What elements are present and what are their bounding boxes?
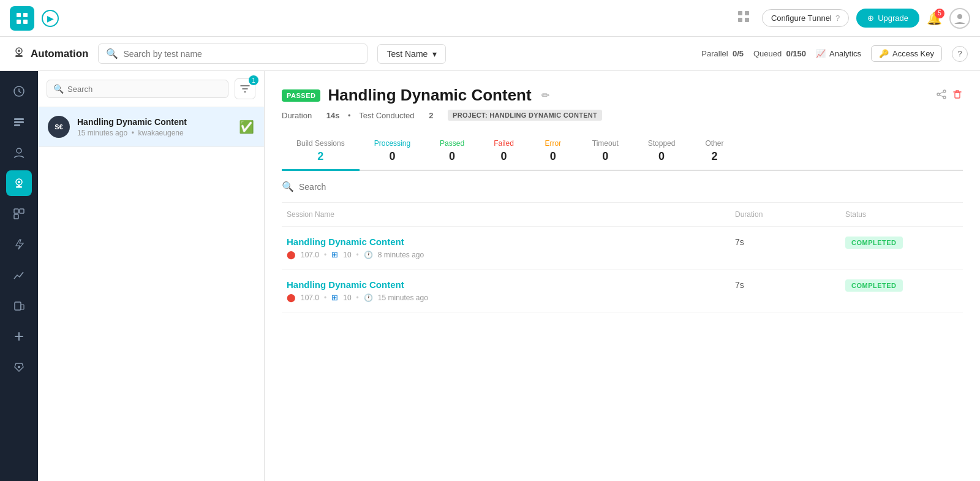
svg-rect-22 <box>14 209 18 213</box>
svg-rect-6 <box>738 18 742 22</box>
build-detail-title: Handling Dynamic Content <box>328 86 531 105</box>
stat-value-stopped: 0 <box>648 150 676 163</box>
svg-rect-23 <box>20 209 24 213</box>
top-bar: ▶ Configure Tunnel ? ⊕ Upgrade 🔔 5 <box>0 0 980 37</box>
stat-value-timeout: 0 <box>592 150 619 163</box>
col-duration: Duration <box>730 203 840 227</box>
build-sub-info: Duration 14s • Test Conducted 2 PROJECT:… <box>282 110 963 121</box>
status-cell-1: COMPLETED <box>840 227 963 270</box>
upgrade-label: Upgrade <box>878 13 908 23</box>
svg-rect-36 <box>955 93 960 98</box>
duration-cell-2: 7s <box>730 270 840 312</box>
stat-value-other: 2 <box>704 150 724 163</box>
svg-point-10 <box>18 50 20 52</box>
stats-row: Build Sessions 2 Processing 0 Passed 0 F… <box>282 133 963 171</box>
test-name-dropdown[interactable]: Test Name ▾ <box>377 44 446 64</box>
svg-rect-24 <box>14 214 18 219</box>
analytics-button[interactable]: 📈 Analytics <box>816 49 861 58</box>
svg-point-17 <box>17 148 21 153</box>
automation-icon <box>12 45 26 62</box>
os-version-1: 10 <box>343 251 351 259</box>
access-key-button[interactable]: 🔑 Access Key <box>871 45 942 62</box>
automation-label: Automation <box>31 48 88 60</box>
stat-timeout[interactable]: Timeout 0 <box>578 133 633 170</box>
session-search-input[interactable] <box>299 182 421 192</box>
sidebar-item-lightning[interactable] <box>6 232 32 257</box>
configure-tunnel-button[interactable]: Configure Tunnel ? <box>762 9 849 27</box>
sidebar-item-analytics[interactable] <box>6 262 32 288</box>
session-duration-2: 7s <box>735 280 744 290</box>
stat-stopped[interactable]: Stopped 0 <box>633 133 690 170</box>
icon-sidebar <box>0 71 38 481</box>
build-search-bar[interactable]: 🔍 <box>47 80 228 98</box>
expand-arrow[interactable]: ▶ <box>42 10 59 27</box>
stat-value-processing: 0 <box>374 150 410 163</box>
share-icon[interactable] <box>936 89 947 102</box>
stat-error[interactable]: Error 0 <box>529 133 578 170</box>
test-search-input[interactable] <box>123 49 360 59</box>
duration-value: 14s <box>326 111 340 120</box>
build-time: 15 minutes ago <box>77 129 127 137</box>
sidebar-item-clock[interactable] <box>6 78 32 104</box>
svg-rect-7 <box>745 18 749 22</box>
upgrade-button[interactable]: ⊕ Upgrade <box>856 9 919 28</box>
svg-rect-3 <box>23 20 28 24</box>
col-status: Status <box>840 203 963 227</box>
stat-other[interactable]: Other 2 <box>690 133 739 170</box>
sidebar-item-add[interactable] <box>6 324 32 349</box>
user-avatar[interactable] <box>949 8 970 29</box>
build-info: Handling Dynamic Content 15 minutes ago … <box>77 117 232 137</box>
svg-rect-14 <box>14 118 24 120</box>
build-search-input[interactable] <box>67 85 222 94</box>
delete-icon[interactable] <box>952 89 963 102</box>
build-list-item[interactable]: S€ Handling Dynamic Content 15 minutes a… <box>38 107 264 147</box>
test-name-label: Test Name <box>386 49 428 59</box>
question-icon: ? <box>835 13 840 23</box>
help-button[interactable]: ? <box>952 46 968 62</box>
session-name-1[interactable]: Handling Dynamic Content <box>287 237 725 247</box>
svg-rect-1 <box>23 13 28 17</box>
svg-line-35 <box>940 95 943 97</box>
sidebar-item-visual[interactable] <box>6 201 32 227</box>
stat-failed[interactable]: Failed 0 <box>479 133 529 170</box>
sidebar-item-deploy[interactable] <box>6 354 32 380</box>
chevron-down-icon: ▾ <box>432 49 437 59</box>
table-row: Handling Dynamic Content ⬤ 107.0 • ⊞ 10 … <box>282 227 963 270</box>
windows-icon-2: ⊞ <box>331 293 338 302</box>
col-session-name: Session Name <box>282 203 730 227</box>
test-search-bar[interactable]: 🔍 <box>98 44 368 64</box>
duration-label: Duration <box>282 111 312 120</box>
logo[interactable] <box>10 6 34 31</box>
grid-icon <box>737 10 750 26</box>
build-search-icon: 🔍 <box>53 84 64 94</box>
main-content: PASSED Handling Dynamic Content ✏ Durati… <box>265 71 980 481</box>
session-search-bar[interactable]: 🔍 <box>282 171 963 203</box>
status-cell-2: COMPLETED <box>840 270 963 312</box>
stat-build-sessions[interactable]: Build Sessions 2 <box>282 133 360 171</box>
sidebar-item-automation[interactable] <box>6 170 32 196</box>
svg-point-32 <box>943 96 946 99</box>
help-icon: ? <box>957 49 962 58</box>
sidebar-item-devices[interactable] <box>6 293 32 319</box>
table-row: Handling Dynamic Content ⬤ 107.0 • ⊞ 10 … <box>282 270 963 312</box>
stat-processing[interactable]: Processing 0 <box>360 133 425 170</box>
session-cell-1: Handling Dynamic Content ⬤ 107.0 • ⊞ 10 … <box>282 227 730 270</box>
session-meta-2: ⬤ 107.0 • ⊞ 10 • 🕐 15 minutes ago <box>287 293 725 302</box>
search-icon: 🔍 <box>106 48 118 59</box>
sidebar-item-builds[interactable] <box>6 109 32 135</box>
edit-icon[interactable]: ✏ <box>541 89 549 101</box>
analytics-label: Analytics <box>829 49 861 58</box>
stat-label-other: Other <box>704 139 724 148</box>
session-name-2[interactable]: Handling Dynamic Content <box>287 279 725 290</box>
stat-passed[interactable]: Passed 0 <box>425 133 479 170</box>
sidebar-item-user[interactable] <box>6 140 32 165</box>
svg-rect-5 <box>745 11 749 15</box>
build-detail-header: PASSED Handling Dynamic Content ✏ <box>282 86 963 105</box>
chrome-icon: ⬤ <box>287 250 296 259</box>
stat-label-stopped: Stopped <box>648 139 676 148</box>
filter-button[interactable]: 1 <box>235 78 255 99</box>
queued-value: 0/150 <box>786 49 807 58</box>
build-meta: 15 minutes ago • kwakaeugene <box>77 129 232 137</box>
svg-point-30 <box>18 366 20 368</box>
notifications-button[interactable]: 🔔 5 <box>927 11 942 26</box>
